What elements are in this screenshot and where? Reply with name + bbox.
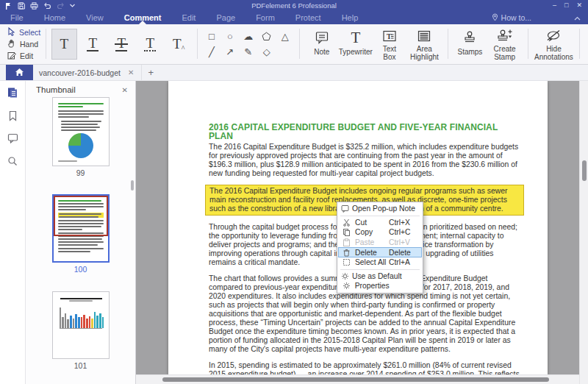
titlebar: PDFelement 6 Professional – □ ✕ — [0, 0, 588, 11]
underline-text-tool[interactable]: T — [80, 29, 106, 60]
quick-access-dropdown-icon[interactable] — [70, 4, 75, 7]
app-window: PDFelement 6 Professional – □ ✕ File Hom… — [0, 0, 588, 384]
menu-help[interactable]: Help — [331, 11, 369, 24]
menu-item-properties[interactable]: Properties — [338, 281, 422, 291]
menu-item-delete[interactable]: Delete Delete — [338, 247, 422, 257]
save-icon[interactable] — [18, 2, 25, 10]
print-icon[interactable] — [30, 2, 38, 10]
menu-page[interactable]: Page — [206, 11, 245, 24]
gear-icon — [341, 272, 349, 280]
bookmark-panel-icon[interactable] — [6, 109, 19, 122]
menu-comment[interactable]: Comment — [114, 11, 172, 24]
delete-trash-icon — [341, 249, 352, 257]
sidebar-rail — [0, 81, 26, 384]
create-stamp-button[interactable]: Create Stamp — [487, 26, 522, 61]
insert-caret-text-tool[interactable]: T^ — [166, 29, 192, 60]
hand-mode-button[interactable]: Hand — [7, 38, 40, 49]
eraser-tool-icon[interactable]: ◇ — [257, 45, 276, 59]
undo-icon[interactable] — [43, 2, 51, 10]
menu-protect[interactable]: Protect — [285, 11, 331, 24]
squiggly-underline-text-tool[interactable]: T — [137, 29, 163, 60]
redo-icon[interactable] — [57, 2, 65, 10]
new-tab-button[interactable]: + — [142, 65, 159, 80]
menu-edit[interactable]: Edit — [171, 11, 206, 24]
rectangle-tool-icon[interactable]: □ — [202, 29, 220, 43]
textbox-tool-button[interactable]: T Text Box — [373, 26, 406, 61]
panel-title: Thumbnail — [36, 85, 76, 94]
thumbnail-panel: Thumbnail ✕ — [26, 81, 136, 384]
edit-pencil-icon — [7, 51, 16, 61]
text-box-icon: T — [382, 29, 397, 43]
home-button[interactable] — [6, 65, 33, 80]
strikethrough-text-tool[interactable]: T — [109, 29, 135, 60]
page-thumbnail-100[interactable] — [52, 194, 110, 263]
ellipse-tool-icon[interactable]: ○ — [220, 29, 239, 43]
menubar: File Home View Comment Edit Page Form Pr… — [0, 11, 588, 24]
menu-item-copy[interactable]: Copy Ctrl+C — [338, 227, 422, 238]
cut-icon — [341, 218, 352, 227]
edit-mode-button[interactable]: Edit — [7, 50, 40, 61]
search-panel-icon[interactable] — [6, 154, 19, 168]
home-icon — [15, 66, 24, 79]
select-all-icon — [341, 258, 352, 266]
app-logo-icon — [5, 2, 12, 10]
hand-icon — [7, 39, 16, 49]
menu-item-cut[interactable]: Cut Ctrl+X — [338, 218, 422, 228]
window-title: PDFelement 6 Professional — [0, 1, 588, 10]
highlight-text-tool[interactable]: T — [51, 29, 77, 60]
panel-close-icon[interactable]: ✕ — [122, 86, 128, 94]
menu-item-use-as-default[interactable]: Use as Default — [338, 271, 422, 282]
menu-view[interactable]: View — [76, 11, 114, 24]
stamp-icon — [462, 29, 477, 46]
panel-scrollbar-thumb[interactable] — [131, 180, 134, 191]
horizontal-scrollbar-thumb[interactable] — [162, 377, 549, 382]
note-icon — [315, 29, 329, 46]
how-to-link[interactable]: How to... — [492, 13, 531, 23]
document-heading: 2016 CAPITAL EXPENDITURE BUDGET AND FIVE… — [209, 123, 523, 141]
menu-file[interactable]: File — [0, 11, 34, 24]
menu-item-open-popup-note[interactable]: Open Pop-up Note — [338, 204, 422, 214]
page-preview — [53, 292, 109, 329]
select-cursor-icon — [7, 27, 15, 38]
menu-home[interactable]: Home — [34, 11, 76, 24]
vertical-scrollbar-thumb[interactable] — [582, 160, 587, 181]
popup-note-icon — [341, 205, 349, 213]
maximize-button[interactable]: □ — [564, 2, 568, 9]
typewriter-tool-button[interactable]: T Typewriter — [339, 26, 373, 61]
vertical-scrollbar[interactable] — [579, 81, 588, 384]
document-tab[interactable]: vancouver-2016-budget ✕ — [33, 65, 142, 80]
area-highlight-icon — [417, 29, 431, 43]
collapse-ribbon-icon[interactable] — [574, 13, 581, 22]
cloud-tool-icon[interactable]: ☁ — [239, 29, 257, 43]
hide-annotations-button[interactable]: Hide Annotations — [533, 26, 574, 61]
page-preview — [54, 196, 108, 252]
pencil-tool-icon[interactable]: ✎ — [239, 45, 257, 59]
document-tabbar: vancouver-2016-budget ✕ + — [0, 65, 588, 81]
menu-divider — [340, 269, 420, 270]
minimize-button[interactable]: – — [553, 2, 556, 9]
area-highlight-tool-button[interactable]: Area Highlight — [406, 26, 442, 61]
comment-panel-icon[interactable] — [6, 132, 19, 145]
page-thumbnail-101[interactable] — [52, 291, 110, 359]
how-to-pin-icon — [492, 13, 498, 23]
thumbnail-panel-icon[interactable] — [6, 86, 19, 99]
close-button[interactable]: ✕ — [576, 2, 582, 9]
context-menu: Open Pop-up Note Cut Ctrl+X Copy Ctrl+C … — [337, 202, 423, 294]
horizontal-scrollbar[interactable] — [136, 374, 579, 384]
page-preview — [53, 98, 109, 162]
triangle-tool-icon[interactable]: △ — [276, 29, 294, 43]
note-tool-button[interactable]: Note — [305, 26, 339, 61]
menu-form[interactable]: Form — [245, 11, 285, 24]
tab-close-icon[interactable]: ✕ — [128, 68, 134, 77]
line-tool-icon[interactable]: ╱ — [202, 45, 220, 59]
menu-item-select-all[interactable]: Select All Ctrl+A — [338, 257, 422, 268]
select-mode-button[interactable]: Select — [7, 26, 40, 38]
arrow-tool-icon[interactable]: ↗ — [220, 45, 239, 59]
pentagon-tool-icon[interactable] — [257, 29, 276, 43]
stamps-button[interactable]: Stamps — [453, 26, 487, 61]
page-thumbnail-99[interactable] — [52, 97, 110, 166]
page-number-101: 101 — [74, 361, 87, 370]
page-number-99: 99 — [76, 168, 85, 177]
paragraph-1: The 2016 Capital Expenditure Budget is $… — [209, 143, 523, 178]
paste-icon — [341, 238, 352, 246]
